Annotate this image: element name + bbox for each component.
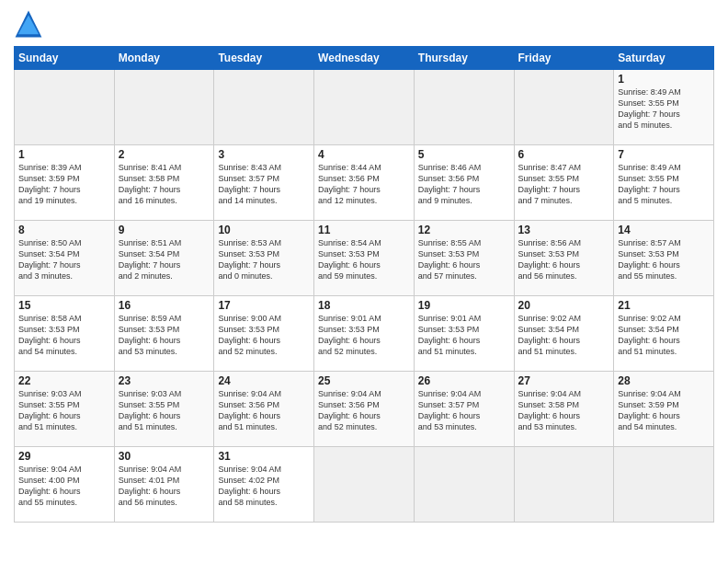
- day-content: Sunrise: 8:59 AMSunset: 3:53 PMDaylight:…: [119, 313, 210, 358]
- calendar-day-cell: [514, 70, 614, 145]
- day-content: Sunrise: 9:03 AMSunset: 3:55 PMDaylight:…: [18, 388, 110, 433]
- day-number: 24: [218, 374, 310, 387]
- day-number: 21: [618, 299, 710, 312]
- calendar-day-cell: 18Sunrise: 9:01 AMSunset: 3:53 PMDayligh…: [314, 296, 415, 372]
- calendar-day-header: Sunday: [15, 47, 115, 70]
- day-content: Sunrise: 8:51 AMSunset: 3:54 PMDaylight:…: [119, 237, 210, 282]
- day-number: 4: [318, 148, 410, 161]
- calendar-day-cell: 8Sunrise: 8:50 AMSunset: 3:54 PMDaylight…: [15, 221, 115, 296]
- calendar-day-cell: 1Sunrise: 8:49 AMSunset: 3:55 PMDaylight…: [614, 70, 714, 145]
- day-number: 3: [218, 148, 310, 161]
- calendar-day-cell: 28Sunrise: 9:04 AMSunset: 3:59 PMDayligh…: [614, 372, 714, 447]
- calendar-day-cell: 10Sunrise: 8:53 AMSunset: 3:53 PMDayligh…: [214, 221, 314, 296]
- day-number: 6: [518, 148, 610, 161]
- calendar-week-row: 1Sunrise: 8:49 AMSunset: 3:55 PMDaylight…: [15, 70, 714, 145]
- day-number: 16: [119, 299, 210, 312]
- calendar-day-cell: [414, 70, 514, 145]
- day-content: Sunrise: 8:54 AMSunset: 3:53 PMDaylight:…: [318, 237, 410, 282]
- calendar-day-cell: 6Sunrise: 8:47 AMSunset: 3:55 PMDaylight…: [514, 145, 614, 221]
- day-content: Sunrise: 9:04 AMSunset: 3:59 PMDaylight:…: [618, 388, 710, 433]
- day-number: 13: [518, 224, 610, 236]
- day-number: 1: [18, 148, 110, 161]
- day-content: Sunrise: 8:56 AMSunset: 3:53 PMDaylight:…: [518, 237, 610, 282]
- day-number: 5: [418, 148, 510, 161]
- calendar-day-cell: 11Sunrise: 8:54 AMSunset: 3:53 PMDayligh…: [314, 221, 415, 296]
- day-number: 23: [119, 374, 210, 387]
- calendar-day-cell: 22Sunrise: 9:03 AMSunset: 3:55 PMDayligh…: [15, 372, 115, 447]
- calendar-day-cell: 2Sunrise: 8:41 AMSunset: 3:58 PMDaylight…: [114, 145, 214, 221]
- calendar-table: SundayMondayTuesdayWednesdayThursdayFrid…: [14, 46, 714, 523]
- day-content: Sunrise: 9:04 AMSunset: 3:57 PMDaylight:…: [418, 388, 510, 433]
- calendar-day-header: Tuesday: [214, 47, 314, 70]
- day-number: 1: [618, 73, 710, 86]
- calendar-day-cell: 16Sunrise: 8:59 AMSunset: 3:53 PMDayligh…: [114, 296, 214, 372]
- day-content: Sunrise: 9:02 AMSunset: 3:54 PMDaylight:…: [618, 313, 710, 358]
- calendar-day-cell: 21Sunrise: 9:02 AMSunset: 3:54 PMDayligh…: [614, 296, 714, 372]
- day-content: Sunrise: 8:47 AMSunset: 3:55 PMDaylight:…: [518, 162, 610, 207]
- calendar-day-header: Friday: [514, 47, 614, 70]
- calendar-day-cell: 9Sunrise: 8:51 AMSunset: 3:54 PMDaylight…: [114, 221, 214, 296]
- calendar-day-cell: 4Sunrise: 8:44 AMSunset: 3:56 PMDaylight…: [314, 145, 415, 221]
- calendar-day-cell: 7Sunrise: 8:49 AMSunset: 3:55 PMDaylight…: [614, 145, 714, 221]
- calendar-day-cell: [414, 447, 514, 523]
- day-number: 15: [18, 299, 110, 312]
- day-content: Sunrise: 9:04 AMSunset: 3:56 PMDaylight:…: [318, 388, 410, 433]
- calendar-day-cell: [314, 447, 415, 523]
- day-content: Sunrise: 8:39 AMSunset: 3:59 PMDaylight:…: [18, 162, 110, 207]
- calendar-day-cell: 14Sunrise: 8:57 AMSunset: 3:53 PMDayligh…: [614, 221, 714, 296]
- day-content: Sunrise: 9:00 AMSunset: 3:53 PMDaylight:…: [218, 313, 310, 358]
- calendar-day-cell: 23Sunrise: 9:03 AMSunset: 3:55 PMDayligh…: [114, 372, 214, 447]
- day-number: 29: [18, 450, 110, 463]
- day-number: 14: [618, 224, 710, 236]
- calendar-day-cell: 20Sunrise: 9:02 AMSunset: 3:54 PMDayligh…: [514, 296, 614, 372]
- calendar-day-cell: 24Sunrise: 9:04 AMSunset: 3:56 PMDayligh…: [214, 372, 314, 447]
- day-content: Sunrise: 8:44 AMSunset: 3:56 PMDaylight:…: [318, 162, 410, 207]
- day-number: 11: [318, 224, 410, 236]
- day-content: Sunrise: 9:01 AMSunset: 3:53 PMDaylight:…: [418, 313, 510, 358]
- day-content: Sunrise: 9:03 AMSunset: 3:55 PMDaylight:…: [119, 388, 210, 433]
- day-content: Sunrise: 8:58 AMSunset: 3:53 PMDaylight:…: [18, 313, 110, 358]
- calendar-day-cell: 17Sunrise: 9:00 AMSunset: 3:53 PMDayligh…: [214, 296, 314, 372]
- day-number: 26: [418, 374, 510, 387]
- day-number: 18: [318, 299, 410, 312]
- calendar-week-row: 1Sunrise: 8:39 AMSunset: 3:59 PMDaylight…: [15, 145, 714, 221]
- calendar-day-cell: 5Sunrise: 8:46 AMSunset: 3:56 PMDaylight…: [414, 145, 514, 221]
- calendar-day-cell: 26Sunrise: 9:04 AMSunset: 3:57 PMDayligh…: [414, 372, 514, 447]
- header: [14, 9, 714, 39]
- day-content: Sunrise: 8:49 AMSunset: 3:55 PMDaylight:…: [618, 162, 710, 207]
- calendar-week-row: 15Sunrise: 8:58 AMSunset: 3:53 PMDayligh…: [15, 296, 714, 372]
- calendar-day-cell: [15, 70, 115, 145]
- calendar-day-cell: 25Sunrise: 9:04 AMSunset: 3:56 PMDayligh…: [314, 372, 415, 447]
- calendar-week-row: 29Sunrise: 9:04 AMSunset: 4:00 PMDayligh…: [15, 447, 714, 523]
- calendar-day-cell: [314, 70, 415, 145]
- calendar-week-row: 22Sunrise: 9:03 AMSunset: 3:55 PMDayligh…: [15, 372, 714, 447]
- day-content: Sunrise: 9:04 AMSunset: 4:02 PMDaylight:…: [218, 464, 310, 509]
- day-content: Sunrise: 8:43 AMSunset: 3:57 PMDaylight:…: [218, 162, 310, 207]
- page: SundayMondayTuesdayWednesdayThursdayFrid…: [0, 0, 728, 563]
- logo-icon: [14, 9, 43, 39]
- calendar-day-cell: [614, 447, 714, 523]
- day-content: Sunrise: 8:57 AMSunset: 3:53 PMDaylight:…: [618, 237, 710, 282]
- logo: [14, 9, 47, 39]
- day-number: 2: [119, 148, 210, 161]
- calendar-day-cell: 19Sunrise: 9:01 AMSunset: 3:53 PMDayligh…: [414, 296, 514, 372]
- day-content: Sunrise: 8:53 AMSunset: 3:53 PMDaylight:…: [218, 237, 310, 282]
- day-content: Sunrise: 9:02 AMSunset: 3:54 PMDaylight:…: [518, 313, 610, 358]
- day-content: Sunrise: 8:49 AMSunset: 3:55 PMDaylight:…: [618, 86, 710, 132]
- day-number: 30: [119, 450, 210, 463]
- day-number: 17: [218, 299, 310, 312]
- calendar-day-cell: 13Sunrise: 8:56 AMSunset: 3:53 PMDayligh…: [514, 221, 614, 296]
- svg-marker-1: [18, 15, 39, 34]
- day-content: Sunrise: 9:04 AMSunset: 3:58 PMDaylight:…: [518, 388, 610, 433]
- calendar-day-header: Thursday: [414, 47, 514, 70]
- calendar-day-cell: 30Sunrise: 9:04 AMSunset: 4:01 PMDayligh…: [114, 447, 214, 523]
- day-number: 9: [119, 224, 210, 236]
- day-content: Sunrise: 9:01 AMSunset: 3:53 PMDaylight:…: [318, 313, 410, 358]
- day-content: Sunrise: 9:04 AMSunset: 4:01 PMDaylight:…: [119, 464, 210, 509]
- day-number: 19: [418, 299, 510, 312]
- day-number: 25: [318, 374, 410, 387]
- day-content: Sunrise: 8:41 AMSunset: 3:58 PMDaylight:…: [119, 162, 210, 207]
- calendar-day-cell: 29Sunrise: 9:04 AMSunset: 4:00 PMDayligh…: [15, 447, 115, 523]
- day-content: Sunrise: 8:55 AMSunset: 3:53 PMDaylight:…: [418, 237, 510, 282]
- day-number: 22: [18, 374, 110, 387]
